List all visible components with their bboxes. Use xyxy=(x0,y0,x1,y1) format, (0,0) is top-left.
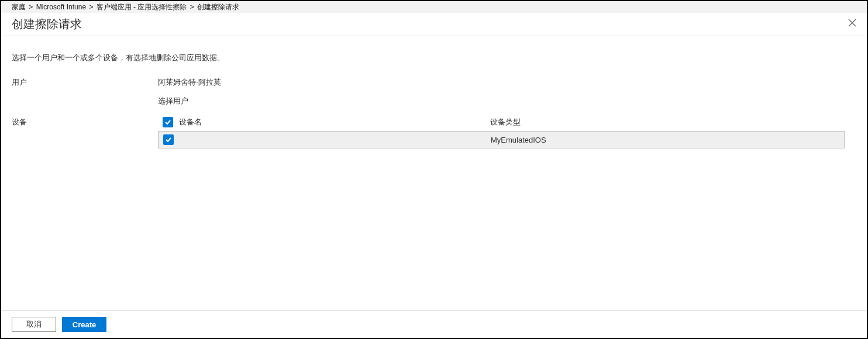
blade-header: 创建擦除请求 xyxy=(1,13,867,36)
check-icon xyxy=(165,136,172,143)
blade-footer: 取消 Create xyxy=(1,310,867,338)
device-name-header: 设备名 xyxy=(179,117,202,127)
check-icon xyxy=(164,119,171,126)
breadcrumb-sep: > xyxy=(29,3,33,11)
device-row: 设备 设备名 设备类型 xyxy=(12,117,856,148)
user-value-area: 阿莱姆舍特·阿拉莫 选择用户 xyxy=(158,77,856,106)
select-user-link[interactable]: 选择用户 xyxy=(158,96,188,105)
description-text: 选择一个用户和一个或多个设备，有选择地删除公司应用数据。 xyxy=(12,53,856,63)
create-button[interactable]: Create xyxy=(62,317,106,332)
breadcrumb-item: 家庭 xyxy=(12,3,26,11)
breadcrumb: 家庭 > Microsoft Intune > 客户端应用 - 应用选择性擦除 … xyxy=(1,1,867,13)
device-row-checkbox[interactable] xyxy=(163,134,174,145)
breadcrumb-sep: > xyxy=(89,3,93,11)
blade-content: 选择一个用户和一个或多个设备，有选择地删除公司应用数据。 用户 阿莱姆舍特·阿拉… xyxy=(1,36,867,310)
close-button[interactable] xyxy=(846,16,859,29)
table-row[interactable]: MyEmulatedIOS xyxy=(158,131,845,148)
breadcrumb-home[interactable]: 家庭 xyxy=(12,3,26,11)
device-header-name-col: 设备名 xyxy=(163,117,490,127)
breadcrumb-intune[interactable]: Microsoft Intune xyxy=(36,3,86,11)
device-table: 设备名 设备类型 MyEmulatedIOS xyxy=(158,117,856,148)
blade-window: 家庭 > Microsoft Intune > 客户端应用 - 应用选择性擦除 … xyxy=(0,0,868,339)
page-title: 创建擦除请求 xyxy=(12,16,82,32)
breadcrumb-item: 客户端应用 - 应用选择性擦除 xyxy=(97,3,187,11)
user-row: 用户 阿莱姆舍特·阿拉莫 选择用户 xyxy=(12,77,856,106)
device-label: 设备 xyxy=(12,117,158,127)
breadcrumb-item: Microsoft Intune xyxy=(36,3,86,11)
device-type-header: 设备类型 xyxy=(490,117,856,127)
select-all-checkbox[interactable] xyxy=(163,117,173,127)
breadcrumb-sep: > xyxy=(190,3,194,11)
breadcrumb-current: 创建擦除请求 xyxy=(197,3,239,11)
close-icon xyxy=(848,19,856,27)
user-label: 用户 xyxy=(12,77,158,88)
device-row-name-cell xyxy=(163,134,491,145)
breadcrumb-clientapps[interactable]: 客户端应用 - 应用选择性擦除 xyxy=(97,3,187,11)
device-row-type: MyEmulatedIOS xyxy=(491,136,844,144)
cancel-button[interactable]: 取消 xyxy=(12,317,56,332)
device-table-header: 设备名 设备类型 xyxy=(158,117,856,131)
user-name-value: 阿莱姆舍特·阿拉莫 xyxy=(158,77,856,88)
